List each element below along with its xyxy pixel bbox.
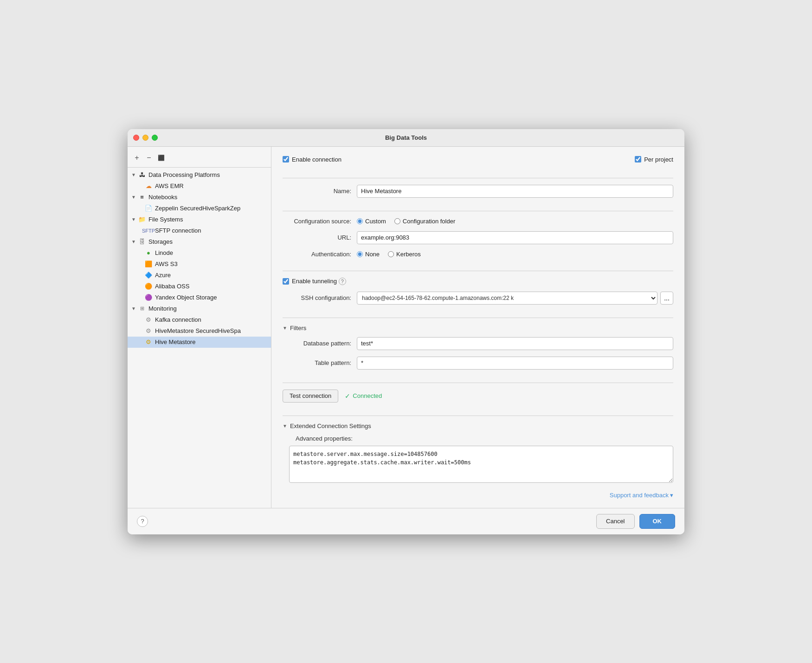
cancel-button[interactable]: Cancel: [596, 514, 634, 529]
test-connection-row: Test connection ✓ Connected: [283, 390, 673, 403]
test-connection-button[interactable]: Test connection: [283, 390, 338, 403]
kafka-icon: ⚙: [144, 316, 153, 324]
connected-check-icon: ✓: [345, 392, 350, 400]
support-feedback-label: Support and feedback: [610, 492, 669, 499]
notebooks-icon: ≡: [138, 193, 146, 202]
help-button[interactable]: ?: [137, 516, 148, 527]
filters-section-header[interactable]: ▼ Filters: [283, 325, 673, 332]
extended-arrow-icon: ▼: [283, 423, 287, 429]
auth-row: Authentication: None Kerberos: [283, 251, 673, 258]
auth-none-label[interactable]: None: [357, 251, 380, 258]
support-feedback-chevron-icon: ▾: [670, 492, 673, 499]
sidebar-item-notebooks[interactable]: ▼ ≡ Notebooks: [128, 192, 271, 203]
custom-radio[interactable]: [357, 218, 363, 224]
sidebar-item-label: Monitoring: [148, 305, 177, 312]
auth-none-text: None: [365, 251, 380, 258]
hive-icon: ⚙: [144, 338, 153, 346]
sidebar-item-label: File Systems: [148, 216, 183, 223]
config-folder-radio-label[interactable]: Configuration folder: [394, 218, 455, 225]
expand-arrow: ▼: [131, 217, 138, 222]
ssh-config-select[interactable]: hadoop@ec2-54-165-78-62.compute-1.amazon…: [357, 292, 657, 305]
sidebar-item-yandex[interactable]: 🟣 Yandex Object Storage: [128, 292, 271, 303]
yandex-icon: 🟣: [144, 293, 153, 302]
ssh-config-controls: hadoop@ec2-54-165-78-62.compute-1.amazon…: [357, 292, 673, 305]
sidebar-item-zeppelin[interactable]: 📄 Zeppelin SecuredHiveSparkZep: [128, 203, 271, 214]
enable-connection-checkbox[interactable]: [283, 156, 289, 162]
ssh-more-button[interactable]: ...: [660, 292, 673, 305]
custom-radio-text: Custom: [365, 218, 386, 225]
config-folder-radio[interactable]: [394, 218, 400, 224]
tunneling-help-icon[interactable]: ?: [339, 278, 346, 285]
db-pattern-label: Database pattern:: [283, 340, 357, 347]
sidebar-item-label: SFTP connection: [155, 227, 201, 234]
window-title: Big Data Tools: [385, 134, 427, 141]
table-pattern-input[interactable]: [357, 357, 673, 370]
close-button[interactable]: [133, 135, 139, 141]
enable-tunneling-checkbox[interactable]: [283, 278, 289, 285]
extended-section-header[interactable]: ▼ Extended Connection Settings: [283, 422, 673, 429]
azure-icon: 🔷: [144, 271, 153, 280]
sidebar-item-label: Linode: [155, 249, 173, 256]
sidebar-item-label: Kafka connection: [155, 316, 201, 323]
minimize-button[interactable]: [142, 135, 148, 141]
sidebar-item-monitoring[interactable]: ▼ ⊞ Monitoring: [128, 303, 271, 314]
filesystems-icon: 📁: [138, 215, 146, 224]
auth-kerberos-radio[interactable]: [388, 251, 394, 257]
separator-4: [283, 318, 673, 318]
linode-icon: ●: [144, 249, 153, 257]
sidebar-item-storages[interactable]: ▼ 🗄 Storages: [128, 236, 271, 247]
sidebar-item-label: HiveMetastore SecuredHiveSpa: [155, 327, 241, 334]
auth-none-radio[interactable]: [357, 251, 363, 257]
sidebar-item-data-processing[interactable]: ▼ 🖧 Data Processing Platforms: [128, 169, 271, 181]
name-input[interactable]: [357, 185, 673, 198]
maximize-button[interactable]: [152, 135, 158, 141]
auth-kerberos-label[interactable]: Kerberos: [388, 251, 421, 258]
tunneling-checkbox-label[interactable]: Enable tunneling: [283, 278, 337, 285]
sidebar-item-label: Data Processing Platforms: [148, 171, 220, 178]
separator-5: [283, 383, 673, 383]
separator-1: [283, 178, 673, 178]
sidebar-item-aws-emr[interactable]: ☁ AWS EMR: [128, 181, 271, 192]
remove-button[interactable]: −: [143, 152, 155, 163]
sidebar-item-linode[interactable]: ● Linode: [128, 247, 271, 259]
main-window: Big Data Tools + − ⬛ ▼ 🖧 Data Processing…: [128, 129, 684, 534]
support-feedback-link[interactable]: Support and feedback ▾: [283, 492, 673, 499]
advanced-props-label: Advanced properties:: [296, 435, 673, 442]
name-label: Name:: [283, 188, 357, 195]
copy-button[interactable]: ⬛: [155, 152, 167, 163]
advanced-props-textarea[interactable]: [289, 446, 673, 483]
alibaba-icon: 🟠: [144, 282, 153, 291]
sidebar-item-alibaba[interactable]: 🟠 Alibaba OSS: [128, 281, 271, 292]
sidebar-item-hive-metastore[interactable]: ⚙ Hive Metastore: [128, 337, 271, 348]
enable-connection-checkbox-label[interactable]: Enable connection: [283, 156, 342, 163]
sidebar-item-azure[interactable]: 🔷 Azure: [128, 270, 271, 281]
aws-s3-icon: 🟧: [144, 260, 153, 268]
url-input[interactable]: [357, 231, 673, 244]
sidebar-item-label: AWS S3: [155, 260, 178, 267]
bottom-bar: ? Cancel OK: [128, 508, 684, 534]
main-content: + − ⬛ ▼ 🖧 Data Processing Platforms ☁ AW…: [128, 147, 684, 508]
per-project-checkbox[interactable]: [635, 156, 641, 162]
sidebar-item-label: Storages: [148, 238, 173, 245]
advanced-properties-section: Advanced properties:: [289, 435, 673, 484]
add-button[interactable]: +: [131, 152, 142, 163]
connection-status: ✓ Connected: [345, 392, 382, 400]
sidebar-item-hivemeta-secured[interactable]: ⚙ HiveMetastore SecuredHiveSpa: [128, 325, 271, 337]
sidebar-item-sftp[interactable]: SFTP SFTP connection: [128, 225, 271, 236]
sidebar-item-filesystems[interactable]: ▼ 📁 File Systems: [128, 214, 271, 225]
custom-radio-label[interactable]: Custom: [357, 218, 386, 225]
hivemeta-icon: ⚙: [144, 327, 153, 335]
config-folder-radio-text: Configuration folder: [403, 218, 455, 225]
per-project-checkbox-label[interactable]: Per project: [635, 156, 673, 163]
sidebar-item-aws-s3[interactable]: 🟧 AWS S3: [128, 259, 271, 270]
db-pattern-row: Database pattern:: [283, 337, 673, 350]
sidebar-item-label: Hive Metastore: [155, 338, 195, 345]
db-pattern-input[interactable]: [357, 337, 673, 350]
per-project-label: Per project: [644, 156, 673, 163]
ok-button[interactable]: OK: [639, 514, 676, 529]
sidebar-item-label: Notebooks: [148, 194, 177, 201]
sidebar-item-kafka[interactable]: ⚙ Kafka connection: [128, 314, 271, 325]
connected-label: Connected: [353, 392, 382, 399]
enable-tunneling-label: Enable tunneling: [292, 278, 337, 285]
expand-arrow: ▼: [131, 239, 138, 244]
